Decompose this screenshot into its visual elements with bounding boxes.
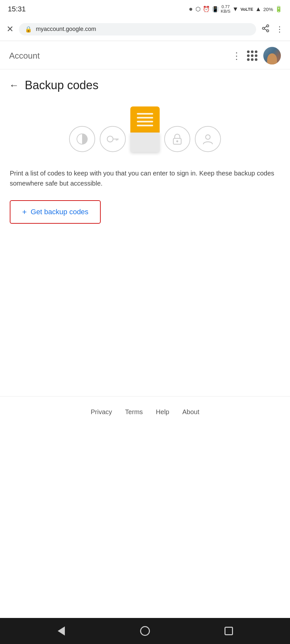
key-icon <box>100 126 126 152</box>
account-header: Account ⋮ <box>0 41 290 69</box>
svg-line-4 <box>264 26 267 28</box>
url-text: myaccount.google.com <box>36 26 96 33</box>
back-button[interactable]: ← <box>9 80 19 91</box>
svg-line-3 <box>264 29 267 30</box>
footer-links: Privacy Terms Help About <box>0 396 290 427</box>
wifi-icon: ▼ <box>232 6 239 13</box>
svg-point-12 <box>206 135 210 139</box>
icon-carousel <box>0 100 290 165</box>
page-title-row: ← Backup codes <box>0 69 290 100</box>
signal-icon: ▲ <box>255 6 261 13</box>
about-link[interactable]: About <box>182 408 199 416</box>
page-content: ← Backup codes <box>0 69 290 618</box>
more-vert-icon[interactable]: ⋮ <box>232 50 241 61</box>
battery-level: 20% <box>263 7 273 12</box>
status-time: 15:31 <box>8 5 26 13</box>
data-speed: 0.77KB/S <box>221 5 230 14</box>
notification-dot <box>189 8 192 11</box>
notepad-icon <box>130 106 160 152</box>
alarm-icon: ⏰ <box>203 6 210 13</box>
svg-point-6 <box>107 136 113 142</box>
backup-btn-wrapper: + Get backup codes <box>0 198 290 233</box>
person-icon <box>195 126 221 152</box>
plus-icon: + <box>22 207 27 217</box>
nfc-icon: ⬡ <box>196 6 201 13</box>
svg-point-11 <box>176 140 178 142</box>
apps-grid-icon[interactable] <box>247 50 257 61</box>
backup-button-label: Get backup codes <box>31 208 88 216</box>
page-title: Backup codes <box>25 78 98 92</box>
close-tab-button[interactable]: ✕ <box>7 24 14 34</box>
header-right: ⋮ <box>232 47 281 64</box>
browser-actions: ⋮ <box>261 24 283 35</box>
more-options-button[interactable]: ⋮ <box>276 25 283 34</box>
recents-nav-button[interactable] <box>223 625 235 637</box>
volte-icon: VoLTE <box>240 7 253 12</box>
help-link[interactable]: Help <box>156 408 169 416</box>
description-text: Print a list of codes to keep with you t… <box>0 165 290 198</box>
lock-circle-icon <box>164 126 190 152</box>
home-nav-button[interactable] <box>139 625 151 637</box>
lock-icon: 🔒 <box>25 26 32 33</box>
status-icons: ⬡ ⏰ 📳 0.77KB/S ▼ VoLTE ▲ 20% 🔋 <box>188 5 282 14</box>
account-title: Account <box>9 51 40 61</box>
vibrate-icon: 📳 <box>212 6 219 13</box>
terms-link[interactable]: Terms <box>125 408 143 416</box>
avatar[interactable] <box>263 47 281 64</box>
brightness-icon <box>69 126 95 152</box>
battery-icon: 🔋 <box>275 6 282 13</box>
status-bar: 15:31 ⬡ ⏰ 📳 0.77KB/S ▼ VoLTE ▲ 20% 🔋 <box>0 0 290 18</box>
back-nav-button[interactable] <box>55 625 67 637</box>
url-bar[interactable]: 🔒 myaccount.google.com <box>19 23 256 35</box>
share-button[interactable] <box>261 24 270 35</box>
android-nav-bar <box>0 618 290 644</box>
get-backup-codes-button[interactable]: + Get backup codes <box>10 200 101 224</box>
privacy-link[interactable]: Privacy <box>91 408 112 416</box>
content-spacer <box>0 233 290 396</box>
browser-chrome: ✕ 🔒 myaccount.google.com ⋮ <box>0 18 290 41</box>
